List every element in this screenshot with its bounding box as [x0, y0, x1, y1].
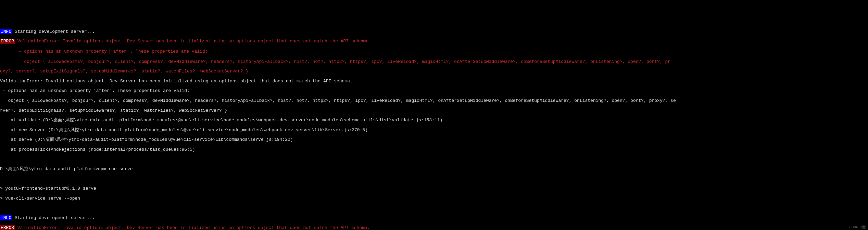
- terminal-output: INFO Starting development server... ERRO…: [0, 24, 868, 230]
- stack-line: object { allowedHosts?, bonjour?, client…: [0, 98, 868, 103]
- npm-out: > vue-cli-service serve --open: [0, 196, 868, 201]
- error-line-1: ERROR ValidationError: Invalid options o…: [0, 39, 868, 44]
- blank-line: [0, 177, 868, 181]
- stack-line: at validate (D:\桌面\风控\ytrc-data-audit-pl…: [0, 118, 868, 123]
- info-badge: INFO: [0, 29, 12, 34]
- stack-line: at processTicksAndRejections (node:inter…: [0, 147, 868, 152]
- err2a: - options has an unknown property: [0, 49, 110, 54]
- info-line: INFO Starting development server...: [0, 216, 868, 220]
- info-badge: INFO: [0, 215, 12, 220]
- error-line-2: - options has an unknown property 'after…: [0, 49, 868, 54]
- stack-line: at serve (D:\桌面\风控\ytrc-data-audit-platf…: [0, 137, 868, 142]
- error-line-3: object { allowedHosts?, bonjour?, client…: [0, 59, 868, 64]
- stack-line: rver?, setupExitSignals?, setupMiddlewar…: [0, 108, 868, 113]
- error-line-1: ERROR ValidationError: Invalid options o…: [0, 226, 868, 230]
- blank-line: [0, 206, 868, 211]
- watermark: CSDN @熊: [849, 225, 867, 229]
- error-badge: ERROR: [0, 225, 15, 230]
- info-text: Starting development server...: [12, 29, 95, 34]
- npm-out: > youtu-frontend-startup@0.1.0 serve: [0, 186, 868, 191]
- error-text: ValidationError: Invalid options object.…: [15, 225, 370, 230]
- err2b: . These properties are valid:: [130, 49, 207, 54]
- stack-line: - options has an unknown property 'after…: [0, 89, 868, 93]
- stack-line: at new Server (D:\桌面\风控\ytrc-data-audit-…: [0, 128, 868, 133]
- blank-line: [0, 157, 868, 162]
- error-line-4: oxy?, server?, setupExitSignals?, setupM…: [0, 69, 868, 74]
- stack-line: ValidationError: Invalid options object.…: [0, 79, 868, 84]
- info-text: Starting development server...: [12, 215, 95, 220]
- highlight-box-after: 'after': [110, 49, 130, 54]
- error-badge: ERROR: [0, 39, 15, 44]
- command-prompt[interactable]: D:\桌面\风控\ytrc-data-audit-platform>npm ru…: [0, 167, 868, 172]
- error-text: ValidationError: Invalid options object.…: [15, 39, 370, 44]
- info-line: INFO Starting development server...: [0, 29, 868, 34]
